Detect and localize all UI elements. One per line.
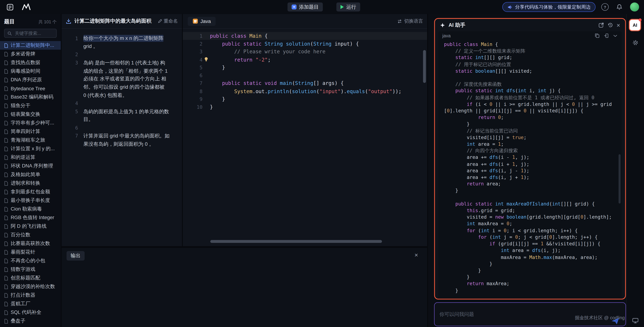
problem-item-label: 不再贪心的小包 — [10, 257, 45, 264]
notebook-icon[interactable] — [5, 2, 15, 12]
gear-icon[interactable] — [632, 39, 639, 46]
switch-language-button[interactable]: 切换语言 — [397, 18, 423, 24]
ai-assistant-button[interactable]: AI — [629, 19, 641, 31]
sidebar-item[interactable]: 猫鱼分干 — [0, 101, 61, 110]
editor-line[interactable]: 6 — [183, 72, 427, 79]
ai-scrollbar[interactable] — [618, 154, 620, 204]
sidebar-item[interactable]: 进制求和转换 — [0, 179, 61, 188]
editor-line[interactable]: 3 // Please write your code here — [183, 48, 427, 56]
bell-icon[interactable] — [614, 2, 624, 12]
sidebar-item[interactable]: Bytedance Tree — [0, 84, 61, 93]
code-text: public static String solution(String inp… — [210, 41, 359, 47]
document-icon — [4, 112, 8, 117]
document-icon — [4, 95, 8, 99]
copy-icon[interactable] — [595, 33, 600, 38]
sidebar-item[interactable]: Cion 勒索病毒 — [0, 205, 61, 213]
sidebar-item[interactable]: 链表聚集交换 — [0, 110, 61, 119]
sidebar-item[interactable]: 创意标题匹配 — [0, 274, 61, 282]
problem-item-label: 病毒感染时间 — [10, 68, 40, 75]
sidebar-item[interactable]: 暴雨梨花针 — [0, 248, 61, 257]
document-icon — [4, 258, 8, 263]
sidebar-item[interactable]: 阿 D 的飞行路线 — [0, 222, 61, 231]
import-icon[interactable] — [66, 18, 72, 24]
document-icon — [4, 207, 8, 211]
sidebar-item[interactable]: 蛋糕工厂 — [0, 300, 61, 308]
sidebar-item[interactable]: Base32 编码和解码 — [0, 93, 61, 101]
sidebar-item[interactable]: DNA 序列还原 — [0, 75, 61, 84]
sidebar-item[interactable]: 字符串有多少种可... — [0, 119, 61, 127]
sidebar-item[interactable]: 叠盘子 — [0, 317, 61, 326]
sidebar-item[interactable]: 和的逆运算 — [0, 153, 61, 162]
sidebar-item[interactable]: 病毒感染时间 — [0, 67, 61, 75]
editor-line[interactable]: 5 } — [183, 64, 427, 72]
document-icon — [4, 198, 8, 203]
run-button[interactable]: 运行 — [336, 2, 360, 11]
horizontal-scrollbar[interactable] — [210, 240, 382, 243]
problem-item-label: 进制求和转换 — [10, 180, 40, 187]
ai-code-line: area += dfs(i + 1, j); — [444, 161, 617, 167]
sidebar-item[interactable]: 比赛最高获胜次数 — [0, 239, 61, 248]
sidebar-item[interactable]: 穿越沙漠的补给次数 — [0, 282, 61, 291]
sidebar-item[interactable]: 简单四则计算 — [0, 127, 61, 136]
help-icon[interactable]: ? — [601, 3, 608, 10]
sidebar-item[interactable]: RGB 色值转 Integer — [0, 213, 61, 222]
line-number: 1 — [62, 36, 83, 41]
problem-item-label: 阿 D 的飞行路线 — [10, 223, 46, 230]
sidebar-item[interactable]: 拿到最多红包金额 — [0, 188, 61, 196]
sidebar-item[interactable]: SQL 代码补全 — [0, 308, 61, 317]
collapse-icon[interactable] — [613, 33, 618, 38]
editor-line[interactable]: 1public class Main { — [183, 32, 427, 40]
sidebar-item[interactable]: 计算二进制矩阵中... — [0, 41, 61, 50]
promo-badge[interactable]: 分享代码练习体验，领限量定制周边 — [502, 2, 596, 12]
close-icon[interactable]: × — [616, 22, 620, 28]
rename-button[interactable]: 重命名 — [158, 18, 178, 24]
insert-code-icon[interactable] — [604, 33, 608, 38]
output-tab[interactable]: 输出 — [66, 251, 84, 261]
topbar: + 添加题目 运行 分享代码练习体验，领限量定制周边 ? — [0, 0, 644, 14]
ai-question-input[interactable] — [434, 303, 626, 326]
document-icon — [4, 129, 8, 134]
paper-plane-icon — [611, 318, 620, 325]
monitor-icon[interactable] — [632, 318, 639, 324]
line-number: 3 — [62, 60, 83, 66]
editor-line[interactable]: 2 public static String solution(String i… — [183, 40, 427, 48]
close-icon[interactable]: × — [414, 252, 418, 258]
editor-line[interactable]: 4 return "-2"; — [183, 56, 427, 64]
sidebar-item[interactable]: 最小替换子串长度 — [0, 196, 61, 205]
add-problem-label: 添加题目 — [299, 3, 319, 10]
editor-line[interactable]: 9 } — [183, 95, 427, 103]
add-problem-button[interactable]: + 添加题目 — [288, 2, 323, 11]
editor-line[interactable]: 7 public static void main(String[] args)… — [183, 79, 427, 87]
sidebar-item[interactable]: 不再贪心的小包 — [0, 257, 61, 265]
sidebar-item[interactable]: 查找热点数据 — [0, 58, 61, 67]
history-icon[interactable] — [608, 22, 613, 28]
editor-line[interactable]: 8 System.out.println(solution("input").e… — [183, 87, 427, 95]
sidebar-item[interactable]: 猜数字游戏 — [0, 265, 61, 274]
problem-item-label: DNA 序列还原 — [10, 76, 42, 83]
logo-icon[interactable] — [21, 2, 31, 12]
editor-body[interactable]: 1public class Main {2 public static Stri… — [183, 29, 427, 246]
sidebar-item[interactable]: 百分位数 — [0, 231, 61, 239]
sidebar-item[interactable]: 青海湖租车之旅 — [0, 136, 61, 144]
search-box[interactable] — [4, 29, 57, 38]
sidebar-item[interactable]: 及格如此简单 — [0, 170, 61, 179]
editor-line[interactable]: 10} — [183, 103, 427, 111]
workspace: 题目 共 101 个 计算二进制矩阵中...多米诺骨牌查找热点数据病毒感染时间D… — [0, 14, 644, 327]
sidebar-header: 题目 共 101 个 — [0, 14, 61, 27]
lightbulb-icon[interactable] — [204, 56, 208, 62]
sidebar-item[interactable]: 环状 DNA 序列整理 — [0, 162, 61, 170]
document-icon — [4, 250, 8, 255]
avatar[interactable] — [630, 2, 639, 11]
ai-code-line: public class Main { — [444, 41, 617, 48]
description-line: 果没有岛屿，则返回面积为 0 。 — [62, 140, 182, 148]
sidebar-item[interactable]: 打点计数器 — [0, 291, 61, 300]
sidebar-item[interactable]: 计算位置 x 到 y 的... — [0, 144, 61, 153]
editor-panel: Java 切换语言 1public class Main {2 public s… — [183, 14, 427, 246]
ai-code-line: visited = new boolean[grid.length][grid[… — [444, 214, 617, 221]
vertical-scrollbar[interactable] — [423, 50, 426, 83]
search-input[interactable] — [14, 30, 54, 36]
description-line: 6 — [62, 124, 182, 132]
sidebar-item[interactable]: 多米诺骨牌 — [0, 50, 61, 58]
share-icon[interactable] — [598, 22, 604, 28]
tab-java[interactable]: Java — [188, 17, 216, 26]
